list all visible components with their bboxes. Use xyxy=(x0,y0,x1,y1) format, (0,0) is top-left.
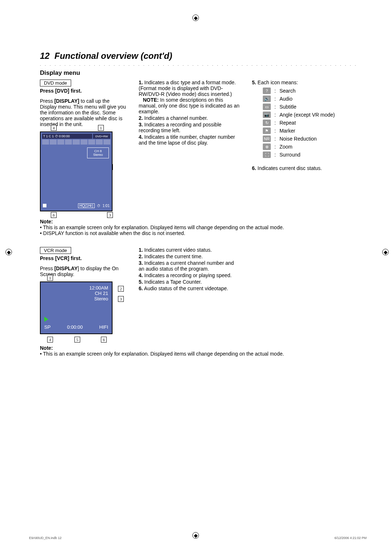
callout-3: 3 xyxy=(118,296,124,302)
page-number: 12 xyxy=(40,51,50,61)
dvd-body-text: Press [DISPLAY] to call up the Display m… xyxy=(40,98,127,127)
vcr-preview-speed: SP xyxy=(44,324,50,330)
vcr-preview-stereo: Stereo xyxy=(89,296,108,301)
li-text: Indicates current disc status. xyxy=(258,165,322,171)
dvd-display-preview: T 1 C 1 ⏱ 0:00:00 DVD+RW CH 8 Stereo HQ(… xyxy=(40,131,113,211)
vcr-preview-counter: 0:00:00 xyxy=(67,324,83,330)
dvd-preview-bottom: HQ(1Hr) ⏱ 1:01 xyxy=(43,203,110,208)
callout-5: 5 xyxy=(74,337,80,343)
repeat-icon: ↻ xyxy=(263,119,271,126)
subtitle-icon: ▭ xyxy=(263,104,271,110)
icon-label: Surround xyxy=(279,152,301,158)
dvd-icon-legend: ? : Search 🔊 : Audio ▭ : Subtitle 📷 : An… xyxy=(263,88,354,158)
crop-mark xyxy=(0,50,16,50)
vcr-note-heading: Note: xyxy=(40,345,356,351)
dvd-numbered-list: 1. Indicates a disc type and a format mo… xyxy=(139,80,240,146)
vcr-preview-bottom: SP 0:00:00 HIFI xyxy=(44,324,108,330)
icon-label: Search xyxy=(279,88,295,94)
footer-filename: E9A90UD_EN.indb 12 xyxy=(29,536,62,540)
note-item: This is an example screen only for expla… xyxy=(40,351,356,357)
li-num: 2. xyxy=(139,254,143,259)
surround-icon: ⛶ xyxy=(263,151,271,158)
crop-mark xyxy=(0,0,0,16)
registration-mark-icon: ◆ xyxy=(192,15,199,21)
title-text: Functional overview (cont'd) xyxy=(54,51,172,61)
angle-icon: 📷 xyxy=(263,112,271,118)
li-text: Indicates a channel number. xyxy=(144,115,208,121)
page-footer: E9A90UD_EN.indb 12 6/12/2006 4:21:02 PM xyxy=(29,536,367,540)
li-num: 6. xyxy=(252,165,256,171)
crop-mark xyxy=(0,17,0,33)
li-num: 1. xyxy=(139,80,143,85)
icon-label: Subtitle xyxy=(279,104,297,110)
crop-mark xyxy=(0,33,16,33)
dvd-preview-disc-type: DVD+RW xyxy=(93,134,110,139)
dvd-preview-timeleft: 1:01 xyxy=(103,204,110,208)
noise-reduction-icon: NR xyxy=(263,135,271,142)
dvd-note-heading: Note: xyxy=(40,219,356,224)
vcr-preview-hifi: HIFI xyxy=(99,324,108,330)
li-text: Indicates current video status. xyxy=(144,247,212,253)
li-num: 6. xyxy=(139,285,143,291)
marker-icon: ⚑ xyxy=(263,127,271,134)
li-text: Audio status of the current videotape. xyxy=(144,285,228,291)
dvd-preview-quality: HQ(1Hr) xyxy=(78,203,95,208)
registration-mark-icon: ◆ xyxy=(382,249,389,255)
crop-mark xyxy=(0,16,16,17)
dvd-preview-channel: CH 8 Stereo xyxy=(87,147,109,158)
page-title: 12 Functional overview (cont'd) xyxy=(40,51,356,61)
crop-mark xyxy=(0,66,16,67)
vcr-note-list: This is an example screen only for expla… xyxy=(40,351,356,357)
icon-label: Marker xyxy=(279,128,295,134)
li-num: 3. xyxy=(139,122,143,127)
play-icon xyxy=(44,317,48,322)
dvd-preview-topbar: T 1 C 1 ⏱ 0:00:00 xyxy=(42,134,92,139)
crop-mark xyxy=(0,50,0,66)
li-num: 2. xyxy=(139,115,143,121)
icon-label: Zoom xyxy=(279,144,293,150)
dvd-mode-badge: DVD mode xyxy=(40,80,71,86)
callout-1: 1 xyxy=(47,275,53,281)
note-item: DISPLAY function is not available when t… xyxy=(40,230,356,236)
li-text: Indicates a recording and possible recor… xyxy=(139,122,221,133)
callout-4: 4 xyxy=(51,125,57,131)
vcr-preview-time: 12:00AM xyxy=(89,285,108,291)
dvd-preview-iconrow xyxy=(42,139,110,145)
dvd-press-first: Press [DVD] first. xyxy=(40,88,82,94)
li-text: Indicates a current channel number and a… xyxy=(139,260,234,272)
callout-3: 3 xyxy=(107,212,113,218)
li-text: Indicates a disc type and a format mode.… xyxy=(139,80,236,97)
search-icon: ? xyxy=(263,88,271,94)
vcr-preview-right: 12:00AM CH 21 Stereo xyxy=(89,285,108,301)
callout-2: 2 xyxy=(118,286,124,292)
audio-icon: 🔊 xyxy=(263,96,271,102)
li-text: Indicates the current time. xyxy=(144,254,203,259)
callout-6: 6 xyxy=(51,212,57,218)
vcr-press-first: Press [VCR] first. xyxy=(40,255,82,261)
vcr-display-preview: 12:00AM CH 21 Stereo SP 0:00:00 HIFI xyxy=(40,281,113,334)
li-text: Indicates a Tape Counter. xyxy=(144,279,202,285)
li-num: 5. xyxy=(139,279,143,285)
dvd-preview-ch: CH 8 xyxy=(94,149,102,153)
vcr-preview-ch: CH 21 xyxy=(89,291,108,296)
li-num: 4. xyxy=(139,134,143,140)
li-num: 3. xyxy=(139,260,143,266)
dvd-note-list: This is an example screen only for expla… xyxy=(40,224,356,236)
zoom-icon: ⊕ xyxy=(263,143,271,150)
crop-mark xyxy=(0,33,0,50)
icon-label: Angle (except VR mode) xyxy=(279,112,335,118)
icon-intro: Each icon means: xyxy=(258,80,298,85)
note-label: NOTE: xyxy=(143,97,159,103)
stop-icon xyxy=(43,204,46,207)
li-text: Indicates a recording or playing speed. xyxy=(144,272,232,278)
callout-4: 4 xyxy=(47,337,53,343)
li-num: 5. xyxy=(252,80,256,85)
li-num: 1. xyxy=(139,247,143,253)
footer-timestamp: 6/12/2006 4:21:02 PM xyxy=(334,536,367,540)
icon-label: Repeat xyxy=(279,120,296,126)
divider-dots: . . . . . . . . . . . . . . . . . . . . … xyxy=(40,62,356,66)
dvd-preview-stereo: Stereo xyxy=(93,153,103,157)
li-text: Indicates a title number, chapter number… xyxy=(139,134,235,146)
registration-mark-icon: ◆ xyxy=(5,249,12,255)
icon-label: Noise Reduction xyxy=(279,136,317,142)
